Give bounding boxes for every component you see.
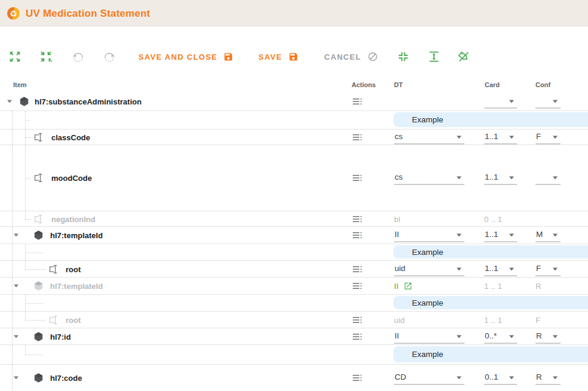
chevron-down-icon [457,267,461,270]
chevron-down-icon [553,177,558,180]
element-name-label: hl7:templateId [50,282,103,291]
card-select[interactable]: 0..* [484,330,517,343]
element-cube-icon [33,230,44,241]
tree-row-root: root uid1 .. 1F [0,312,588,328]
example-chip[interactable]: Example [393,245,588,258]
row-actions-menu-icon[interactable] [352,96,362,107]
row-actions-menu-icon[interactable] [352,173,362,183]
chevron-down-icon [553,136,558,138]
row-actions-menu-icon[interactable] [352,230,362,241]
tree-expander-icon[interactable] [7,100,12,103]
chevron-down-icon [553,234,558,237]
block-icon [367,51,378,63]
tree-guide-corner [25,211,26,219]
collapse-all-icon[interactable] [39,50,53,63]
tree-guide-stub [25,253,43,253]
chevron-down-icon [457,177,461,180]
example-chip-label: Example [412,248,444,257]
example-chip[interactable]: Example [393,296,588,309]
chevron-down-icon [509,335,514,338]
row-actions-menu-icon[interactable] [352,372,362,383]
compress-rows-icon[interactable] [397,51,410,63]
conf-select[interactable]: R [535,330,561,343]
expand-rows-icon[interactable] [427,50,441,63]
dt-template-link[interactable]: II [394,282,412,291]
chevron-down-icon [457,377,461,380]
tree-guide-line [12,227,13,244]
dt-value: uid [394,315,405,324]
conf-select[interactable]: F [535,130,561,144]
table-header: Item Actions DT Card Conf [0,78,588,93]
attribute-name-label: root [66,264,81,273]
chevron-down-icon [509,177,514,180]
card-select[interactable]: 1..1 [484,262,517,276]
example-chip[interactable]: Example [393,346,588,362]
tree-guide-stub [25,355,43,355]
col-header-actions: Actions [352,81,375,88]
dt-select[interactable]: cs [394,130,464,144]
tree-expander-icon[interactable] [14,335,19,338]
card-select[interactable]: 1..1 [484,130,517,144]
recycle-icon: ♻ [7,7,20,20]
dt-select[interactable]: uid [394,262,464,276]
chevron-down-icon [509,136,514,138]
dt-select[interactable]: II [394,330,464,343]
chevron-down-icon [457,335,461,338]
card-select-value: 1..1 [485,173,498,181]
row-actions-menu-icon[interactable] [352,214,362,224]
conf-select-value: F [536,263,541,272]
dt-link-value: II [394,282,399,291]
expand-all-icon[interactable] [8,50,21,63]
chevron-down-icon [509,100,514,103]
cancel-button[interactable]: CANCEL [324,51,378,63]
conf-select[interactable]: M [535,229,561,242]
attribute-icon [33,132,44,142]
conf-select[interactable] [535,171,561,185]
dt-select[interactable]: II [394,229,464,242]
label-off-icon[interactable] [457,50,471,64]
element-name-label: hl7:substanceAdministration [35,97,141,106]
element-name-label: hl7:id [50,332,71,341]
tree-row-classCode: classCode cs1..1F [0,130,588,145]
example-chip[interactable]: Example [393,112,588,127]
undo-icon[interactable] [71,50,85,64]
tree-expander-icon[interactable] [14,234,19,237]
card-select-value: 0..1 [485,372,498,381]
tree-guide-line [12,365,13,391]
dt-select[interactable]: cs [394,171,464,185]
save-and-close-label: SAVE AND CLOSE [138,53,217,61]
row-actions-menu-icon[interactable] [352,264,362,275]
chevron-down-icon [509,267,514,270]
conf-select[interactable]: F [535,262,561,276]
row-actions-menu-icon[interactable] [352,132,362,143]
tree-guide-corner [25,261,26,269]
dt-select-value: cs [395,173,403,181]
save-and-close-button[interactable]: SAVE AND CLOSE [138,52,233,62]
row-actions-menu-icon[interactable] [352,315,362,325]
tree-guide-line [12,278,13,294]
tree-expander-icon[interactable] [14,377,19,380]
card-select[interactable]: 1..1 [484,229,517,242]
card-select[interactable]: 1..1 [484,171,517,185]
tree-guide-stub [25,137,31,138]
save-label: SAVE [258,53,282,61]
conf-select[interactable] [535,95,561,109]
tree-guide-stub [25,219,31,220]
dt-select[interactable]: CD [394,371,464,385]
save-button[interactable]: SAVE [258,52,298,62]
row-actions-menu-icon[interactable] [352,331,362,342]
redo-icon[interactable] [102,50,116,64]
tree-row-negationInd: negationInd bl0 .. 1 [0,211,588,227]
card-select[interactable]: 0..1 [484,371,517,385]
row-actions-menu-icon[interactable] [352,281,362,291]
tree-expander-icon[interactable] [14,285,19,288]
example-row: Example [0,111,588,130]
tree-row-moodCode: moodCode cs1..1 [0,145,588,211]
card-select[interactable] [484,95,517,109]
dt-select-value: uid [395,263,405,272]
conf-select[interactable]: R [535,371,561,385]
dt-select-value: II [395,331,399,340]
tree-guide-corner [25,312,26,320]
tree-guide-stub [25,178,31,178]
card-select-value: 0..* [485,331,497,340]
